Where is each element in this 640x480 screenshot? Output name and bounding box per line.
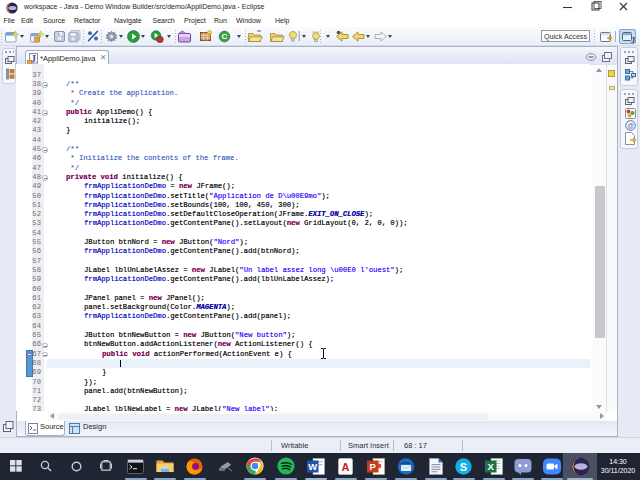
svg-text:S: S bbox=[460, 460, 467, 472]
svg-text:W: W bbox=[308, 461, 317, 472]
svg-text:J: J bbox=[631, 35, 635, 45]
svg-text:X: X bbox=[488, 461, 495, 472]
svg-text:P: P bbox=[370, 461, 377, 472]
svg-text:@: @ bbox=[627, 122, 634, 129]
svg-text:A: A bbox=[342, 460, 350, 472]
svg-text:C: C bbox=[222, 32, 228, 41]
